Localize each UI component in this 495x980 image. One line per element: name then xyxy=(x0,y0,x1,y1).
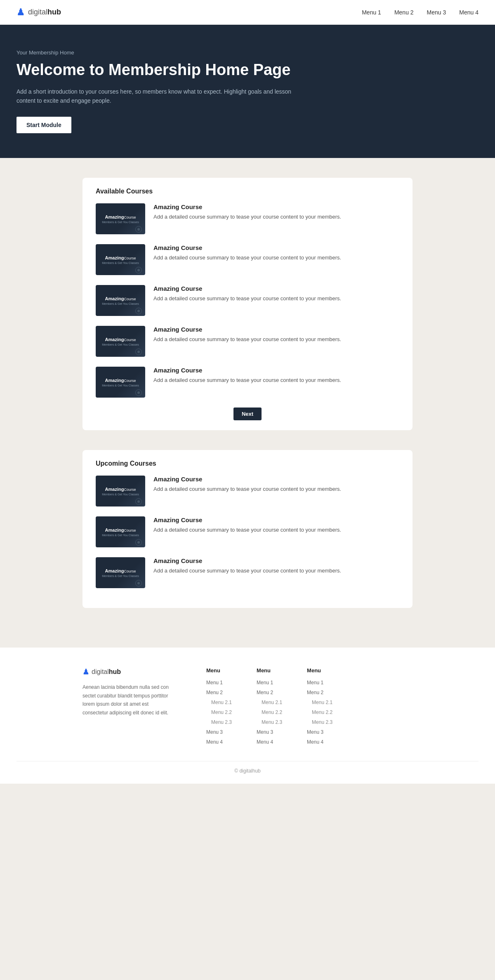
navbar: ♟ digitalhub Menu 1 Menu 2 Menu 3 Menu 4 xyxy=(0,0,495,25)
course-name: Amazing Course xyxy=(153,557,399,564)
footer-menu-item: Menu 3 xyxy=(206,728,232,735)
course-thumbnail: AmazingCourse Members & Get You Classes xyxy=(96,203,145,234)
course-info: Amazing CourseAdd a detailed course summ… xyxy=(153,285,399,303)
course-item[interactable]: AmazingCourse Members & Get You Classes … xyxy=(96,367,399,398)
thumbnail-sub: Members & Get You Classes xyxy=(102,384,139,387)
footer-menu-link[interactable]: Menu 2.3 xyxy=(307,719,332,725)
footer: ♟ digitalhub Aenean lacinia bibendum nul… xyxy=(0,648,495,784)
course-thumbnail: AmazingCourse Members & Get You Classes xyxy=(96,285,145,316)
thumbnail-sub: Members & Get You Classes xyxy=(102,261,139,264)
course-desc: Add a detailed course summary to tease y… xyxy=(153,335,399,344)
footer-menu-link[interactable]: Menu 1 xyxy=(307,680,323,686)
footer-menu-link[interactable]: Menu 2.3 xyxy=(257,719,282,725)
footer-logo-hub: hub xyxy=(109,668,121,675)
footer-logo-digital: digital xyxy=(92,668,109,675)
footer-menu-link[interactable]: Menu 1 xyxy=(206,680,223,686)
next-button[interactable]: Next xyxy=(233,408,262,420)
footer-menu-item: Menu 1 xyxy=(307,678,332,686)
course-info: Amazing CourseAdd a detailed course summ… xyxy=(153,367,399,384)
nav-link-menu4[interactable]: Menu 4 xyxy=(459,9,478,16)
course-name: Amazing Course xyxy=(153,367,399,374)
nav-link-menu1[interactable]: Menu 1 xyxy=(362,9,381,16)
course-item[interactable]: AmazingCourse Members & Get You Classes … xyxy=(96,203,399,234)
footer-menu-link[interactable]: Menu 2 xyxy=(307,690,323,695)
footer-menu-link[interactable]: Menu 2.2 xyxy=(307,709,332,715)
course-info: Amazing CourseAdd a detailed course summ… xyxy=(153,557,399,575)
course-desc: Add a detailed course summary to tease y… xyxy=(153,526,399,534)
course-desc: Add a detailed course summary to tease y… xyxy=(153,567,399,575)
footer-menu-link[interactable]: Menu 2.1 xyxy=(206,700,232,705)
thumbnail-circle xyxy=(135,267,142,273)
course-desc: Add a detailed course summary to tease y… xyxy=(153,213,399,221)
course-desc: Add a detailed course summary to tease y… xyxy=(153,254,399,262)
upcoming-courses-title: Upcoming Courses xyxy=(96,460,399,467)
nav-link-menu3[interactable]: Menu 3 xyxy=(427,9,446,16)
footer-menu-link[interactable]: Menu 2.2 xyxy=(257,709,282,715)
logo[interactable]: ♟ digitalhub xyxy=(16,7,61,18)
thumbnail-text: AmazingCourse xyxy=(105,568,136,574)
course-item[interactable]: AmazingCourse Members & Get You Classes … xyxy=(96,285,399,316)
footer-menu-link[interactable]: Menu 3 xyxy=(206,729,223,735)
thumbnail-sub: Members & Get You Classes xyxy=(102,221,139,224)
footer-copyright: © digitalhub xyxy=(16,761,478,774)
start-module-button[interactable]: Start Module xyxy=(16,117,71,133)
logo-digital: digital xyxy=(28,8,47,16)
pagination: Next xyxy=(96,408,399,420)
footer-logo-icon: ♟ xyxy=(82,667,89,676)
footer-menu-item: Menu 4 xyxy=(307,738,332,745)
course-thumbnail: AmazingCourse Members & Get You Classes xyxy=(96,326,145,357)
course-item[interactable]: AmazingCourse Members & Get You Classes … xyxy=(96,476,399,506)
thumbnail-circle xyxy=(135,389,142,396)
footer-menu-link[interactable]: Menu 4 xyxy=(257,739,273,745)
available-courses-card: Available Courses AmazingCourse Members … xyxy=(82,178,412,430)
thumbnail-sub: Members & Get You Classes xyxy=(102,493,139,496)
footer-menu-item: Menu 3 xyxy=(257,728,282,735)
course-desc: Add a detailed course summary to tease y… xyxy=(153,485,399,493)
footer-menu-item: Menu 2 xyxy=(307,688,332,696)
upcoming-courses-card: Upcoming Courses AmazingCourse Members &… xyxy=(82,450,412,608)
footer-menu-link[interactable]: Menu 2.2 xyxy=(206,709,232,715)
footer-menu-item: Menu 2.3 xyxy=(257,718,282,726)
thumbnail-text: AmazingCourse xyxy=(105,378,136,383)
footer-menu-item: Menu 3 xyxy=(307,728,332,735)
footer-brand: ♟ digitalhub Aenean lacinia bibendum nul… xyxy=(82,667,173,717)
main-content: Available Courses AmazingCourse Members … xyxy=(0,158,495,648)
course-item[interactable]: AmazingCourse Members & Get You Classes … xyxy=(96,557,399,588)
nav-link-menu2[interactable]: Menu 2 xyxy=(394,9,414,16)
course-thumbnail: AmazingCourse Members & Get You Classes xyxy=(96,244,145,275)
course-name: Amazing Course xyxy=(153,203,399,210)
thumbnail-text: AmazingCourse xyxy=(105,337,136,342)
footer-menu-list-1: Menu 1Menu 2Menu 2.1Menu 2.2Menu 2.3Menu… xyxy=(206,678,232,745)
footer-menu-link[interactable]: Menu 2 xyxy=(257,690,273,695)
footer-logo-text: digitalhub xyxy=(92,668,121,676)
course-name: Amazing Course xyxy=(153,244,399,251)
footer-menu-link[interactable]: Menu 1 xyxy=(257,680,273,686)
footer-menu-link[interactable]: Menu 2.3 xyxy=(206,719,232,725)
footer-menu-item: Menu 2.1 xyxy=(257,698,282,706)
course-thumbnail: AmazingCourse Members & Get You Classes xyxy=(96,476,145,506)
course-item[interactable]: AmazingCourse Members & Get You Classes … xyxy=(96,244,399,275)
footer-menu-item: Menu 2.2 xyxy=(206,708,232,716)
footer-menu-link[interactable]: Menu 2.1 xyxy=(257,700,282,705)
thumbnail-text: AmazingCourse xyxy=(105,214,136,220)
footer-menu-link[interactable]: Menu 4 xyxy=(206,739,223,745)
thumbnail-sub: Members & Get You Classes xyxy=(102,343,139,346)
footer-menu-link[interactable]: Menu 2.1 xyxy=(307,700,332,705)
footer-menu-link[interactable]: Menu 4 xyxy=(307,739,323,745)
footer-menu-link[interactable]: Menu 3 xyxy=(257,729,273,735)
footer-menu-col-3: MenuMenu 1Menu 2Menu 2.1Menu 2.2Menu 2.3… xyxy=(307,667,332,748)
course-info: Amazing CourseAdd a detailed course summ… xyxy=(153,476,399,493)
logo-hub: hub xyxy=(47,8,61,16)
thumbnail-text: AmazingCourse xyxy=(105,296,136,302)
footer-menu-link[interactable]: Menu 2 xyxy=(206,690,223,695)
footer-logo: ♟ digitalhub xyxy=(82,667,173,676)
footer-menu-item: Menu 1 xyxy=(257,678,282,686)
hero-sub: Your Membership Home xyxy=(16,49,478,56)
footer-menu-link[interactable]: Menu 3 xyxy=(307,729,323,735)
course-item[interactable]: AmazingCourse Members & Get You Classes … xyxy=(96,516,399,547)
nav-links: Menu 1 Menu 2 Menu 3 Menu 4 xyxy=(362,9,478,16)
footer-menu-item: Menu 2.1 xyxy=(206,698,232,706)
footer-menus: MenuMenu 1Menu 2Menu 2.1Menu 2.2Menu 2.3… xyxy=(206,667,412,748)
thumbnail-text: AmazingCourse xyxy=(105,487,136,492)
course-item[interactable]: AmazingCourse Members & Get You Classes … xyxy=(96,326,399,357)
